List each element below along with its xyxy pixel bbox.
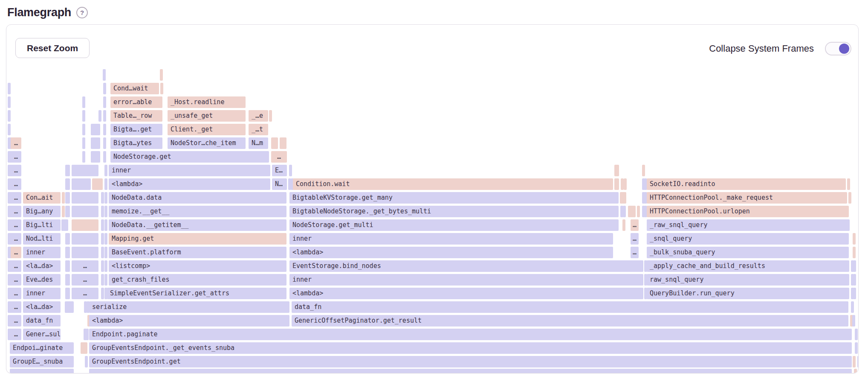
flame-bar[interactable]: … (11, 329, 21, 340)
flame-bar[interactable] (10, 369, 74, 373)
flame-bar[interactable]: _unsafe_get (168, 110, 246, 122)
flame-bar[interactable]: N…m (249, 137, 268, 149)
flame-bar[interactable]: … (11, 219, 21, 231)
flame-bar[interactable]: <lambda> (109, 178, 270, 190)
flame-bar[interactable] (65, 219, 68, 231)
flame-bar[interactable]: _Host.readline (168, 96, 246, 108)
flame-bar[interactable] (104, 178, 107, 190)
flame-bar[interactable] (853, 260, 856, 272)
flame-bar[interactable]: NodeData.data (109, 192, 286, 204)
flame-bar[interactable]: … (631, 233, 639, 245)
flame-bar[interactable] (89, 369, 852, 373)
flame-bar[interactable] (104, 233, 107, 245)
flame-bar[interactable]: … (11, 301, 21, 313)
flame-bar[interactable] (623, 206, 626, 217)
flame-bar[interactable] (621, 178, 624, 190)
flame-bar[interactable]: Con…ait (23, 192, 61, 204)
flame-bar[interactable]: NodeStorage.get_multi (289, 219, 619, 231)
flame-bar[interactable] (67, 178, 70, 190)
flame-bar[interactable]: Cond…wait (110, 83, 159, 94)
flame-bar[interactable]: <lambda> (289, 247, 613, 258)
flame-bar[interactable]: <lambda> (289, 288, 643, 299)
flame-bar[interactable]: Bigta….get (110, 124, 162, 135)
flame-bar[interactable]: GroupE…_snuba (10, 356, 74, 367)
flame-bar[interactable]: Big…lti (23, 219, 61, 231)
flame-bar[interactable] (62, 192, 65, 204)
flamegraph-canvas[interactable]: Cond…waiterror…able_Host.readlineTable…_… (6, 25, 858, 373)
flame-bar[interactable] (62, 206, 65, 217)
flame-bar[interactable]: data_fn (292, 301, 848, 313)
flame-bar[interactable] (82, 96, 85, 108)
flame-bar[interactable]: Condition.wait (293, 178, 613, 190)
flame-bar[interactable]: <la…da> (23, 301, 61, 313)
flame-bar[interactable] (82, 110, 85, 122)
flame-bar[interactable] (81, 342, 87, 354)
flame-bar[interactable] (104, 192, 107, 204)
flame-bar[interactable] (101, 192, 104, 204)
flame-bar[interactable]: inner (109, 165, 270, 176)
flame-bar[interactable] (637, 206, 640, 217)
flame-bar[interactable]: Endpoint.paginate (89, 329, 852, 340)
flame-bar[interactable] (855, 342, 858, 354)
flame-bar[interactable]: Table…_row (110, 110, 162, 122)
flame-bar[interactable]: inner (23, 288, 61, 299)
flame-bar[interactable]: NodeData.__getitem__ (109, 219, 286, 231)
flame-bar[interactable] (72, 206, 98, 217)
flame-bar[interactable]: E… (272, 165, 287, 176)
flame-bar[interactable] (104, 247, 107, 258)
flame-bar[interactable] (853, 288, 856, 299)
flame-bar[interactable] (853, 247, 856, 258)
flame-bar[interactable]: Gener…sult (23, 329, 61, 340)
flame-bar[interactable] (104, 219, 107, 231)
flame-bar[interactable] (72, 178, 91, 190)
flame-bar[interactable] (101, 247, 104, 258)
flame-bar[interactable] (98, 110, 101, 122)
flame-bar[interactable] (628, 206, 636, 217)
flame-bar[interactable]: … (11, 137, 21, 149)
flame-bar[interactable]: EventStorage.bind_nodes (289, 260, 643, 272)
flame-bar[interactable]: Big…any (23, 206, 61, 217)
flame-bar[interactable]: … (11, 247, 21, 258)
flame-bar[interactable] (72, 192, 98, 204)
flame-bar[interactable] (103, 151, 106, 163)
flame-bar[interactable]: Nod…lti (23, 233, 61, 245)
flame-bar[interactable] (8, 110, 11, 122)
flame-bar[interactable] (103, 124, 106, 135)
flame-bar[interactable]: … (11, 315, 21, 327)
flame-bar[interactable]: HTTPConnectionPool.urlopen (647, 206, 849, 217)
flame-bar[interactable]: … (72, 288, 98, 299)
flame-bar[interactable]: memoize.__get__ (109, 206, 286, 217)
flame-bar[interactable] (67, 274, 70, 286)
flame-bar[interactable]: Client._get (168, 124, 246, 135)
flame-bar[interactable] (67, 288, 70, 299)
flame-bar[interactable]: … (11, 151, 21, 163)
flame-bar[interactable] (82, 151, 85, 163)
flame-bar[interactable] (101, 219, 104, 231)
flame-bar[interactable] (101, 260, 104, 272)
flame-bar[interactable]: Mapping.get (109, 233, 286, 245)
flame-bar[interactable] (269, 110, 272, 122)
flame-bar[interactable] (67, 192, 70, 204)
flame-bar[interactable] (853, 274, 856, 286)
flame-bar[interactable] (92, 178, 103, 190)
flame-bar[interactable] (614, 165, 619, 176)
flame-bar[interactable]: Endpoi…ginate (10, 342, 74, 354)
flame-bar[interactable]: … (11, 206, 21, 217)
flame-bar[interactable]: … (11, 274, 21, 286)
flame-bar[interactable]: … (11, 260, 21, 272)
flame-bar[interactable] (72, 165, 98, 176)
flame-bar[interactable] (72, 247, 98, 258)
flame-bar[interactable] (65, 301, 74, 313)
flame-bar[interactable]: BigtableKVStorage.get_many (289, 192, 619, 204)
flame-bar[interactable]: … (11, 165, 21, 176)
flame-bar[interactable]: SimpleEventSerializer.get_attrs (107, 288, 286, 299)
flame-bar[interactable] (104, 274, 107, 286)
flame-bar[interactable]: HTTPConnectionPool._make_request (647, 192, 847, 204)
flame-bar[interactable] (642, 165, 645, 176)
flame-bar[interactable]: … (631, 219, 639, 231)
flame-bar[interactable]: <la…da> (23, 260, 61, 272)
flame-bar[interactable] (67, 233, 70, 245)
flame-bar[interactable] (853, 233, 856, 245)
flame-bar[interactable]: QueryBuilder.run_query (647, 288, 849, 299)
flame-bar[interactable] (72, 219, 98, 231)
